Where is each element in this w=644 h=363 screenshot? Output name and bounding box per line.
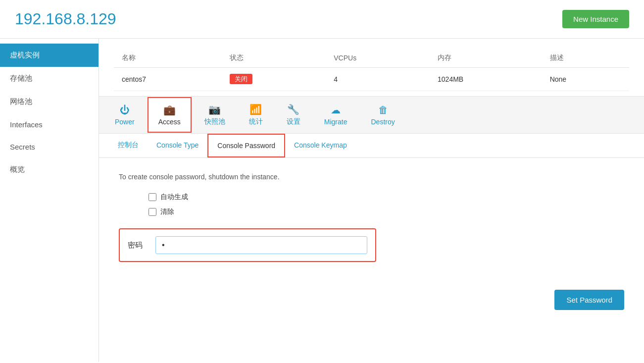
- table-col-名称: 名称: [114, 49, 222, 68]
- tab-label-destroy: Destroy: [371, 118, 395, 126]
- migrate-icon: ☁: [331, 104, 341, 116]
- sub-tab-console-password[interactable]: Console Password: [207, 134, 285, 157]
- tab-label-access: Access: [158, 118, 181, 126]
- auto-generate-checkbox[interactable]: [149, 193, 156, 201]
- tab-label-settings: 设置: [287, 117, 300, 126]
- vm-memory: 1024MB: [430, 68, 542, 91]
- tab-settings[interactable]: 🔧设置: [276, 97, 311, 133]
- vm-table: 名称状态VCPUs内存描述 centos7关闭41024MBNone: [114, 49, 629, 91]
- panel-content: To create console password, shutdown the…: [99, 158, 644, 277]
- status-badge: 关闭: [230, 74, 252, 84]
- password-row: 密码: [119, 228, 376, 262]
- table-col-VCPUs: VCPUs: [326, 49, 430, 68]
- set-password-button[interactable]: Set Password: [554, 290, 624, 310]
- tab-migrate[interactable]: ☁Migrate: [313, 97, 358, 133]
- sub-tabs-bar: 控制台Console TypeConsole PasswordConsole K…: [99, 134, 644, 158]
- tab-power[interactable]: ⏻Power: [104, 98, 146, 133]
- table-col-状态: 状态: [222, 49, 326, 68]
- access-icon: 💼: [163, 104, 176, 116]
- clear-row: 清除: [149, 207, 624, 216]
- table-row: centos7关闭41024MBNone: [114, 68, 629, 91]
- table-header-row: 名称状态VCPUs内存描述: [114, 49, 629, 68]
- vm-name: centos7: [114, 68, 222, 91]
- tab-destroy[interactable]: 🗑Destroy: [360, 98, 406, 133]
- page-title: 192.168.8.129: [15, 10, 116, 28]
- table-col-描述: 描述: [542, 49, 629, 68]
- sidebar-item-interfaces[interactable]: Interfaces: [0, 113, 99, 136]
- sidebar-item-network-pool[interactable]: 网络池: [0, 90, 99, 113]
- snapshots-icon: 📷: [208, 104, 221, 115]
- vm-vcpus: 4: [326, 68, 430, 91]
- sidebar-item-overview[interactable]: 概览: [0, 158, 99, 181]
- sidebar-item-storage-pool[interactable]: 存储池: [0, 67, 99, 90]
- sidebar-item-secrets[interactable]: Secrets: [0, 136, 99, 158]
- settings-icon: 🔧: [287, 104, 299, 115]
- auto-generate-label: 自动生成: [160, 193, 188, 202]
- tab-label-snapshots: 快照池: [204, 117, 225, 126]
- tab-access[interactable]: 💼Access: [148, 97, 192, 133]
- vm-table-section: 名称状态VCPUs内存描述 centos7关闭41024MBNone: [99, 39, 644, 96]
- power-icon: ⏻: [120, 104, 130, 116]
- auto-generate-row: 自动生成: [149, 193, 624, 202]
- tab-label-power: Power: [115, 118, 135, 126]
- sidebar: 虚机实例存储池网络池InterfacesSecrets概览: [0, 39, 99, 362]
- content-area: 名称状态VCPUs内存描述 centos7关闭41024MBNone ⏻Powe…: [99, 39, 644, 362]
- tab-label-migrate: Migrate: [324, 118, 347, 126]
- action-tabs-bar: ⏻Power💼Access📷快照池📶统计🔧设置☁Migrate🗑Destroy: [99, 96, 644, 134]
- sub-tab-console-type[interactable]: Console Type: [148, 134, 207, 157]
- main-layout: 虚机实例存储池网络池InterfacesSecrets概览 名称状态VCPUs内…: [0, 39, 644, 362]
- sub-tab-console[interactable]: 控制台: [109, 134, 148, 157]
- tab-snapshots[interactable]: 📷快照池: [194, 97, 236, 133]
- new-instance-button[interactable]: New Instance: [562, 10, 629, 28]
- tab-label-stats: 统计: [249, 117, 263, 126]
- sub-tab-console-keymap[interactable]: Console Keymap: [285, 134, 356, 157]
- password-input[interactable]: [155, 236, 367, 254]
- tab-stats[interactable]: 📶统计: [238, 97, 274, 133]
- clear-checkbox[interactable]: [149, 208, 156, 216]
- table-col-内存: 内存: [430, 49, 542, 68]
- page-header: 192.168.8.129 New Instance: [0, 0, 644, 39]
- clear-label: 清除: [160, 207, 174, 216]
- destroy-icon: 🗑: [378, 104, 388, 116]
- vm-description: None: [542, 68, 629, 91]
- password-label: 密码: [128, 241, 148, 250]
- stats-icon: 📶: [249, 104, 262, 115]
- footer-row: Set Password: [99, 277, 644, 315]
- panel-description: To create console password, shutdown the…: [119, 173, 624, 181]
- sidebar-item-vm-instances[interactable]: 虚机实例: [0, 44, 99, 67]
- vm-status: 关闭: [222, 68, 326, 91]
